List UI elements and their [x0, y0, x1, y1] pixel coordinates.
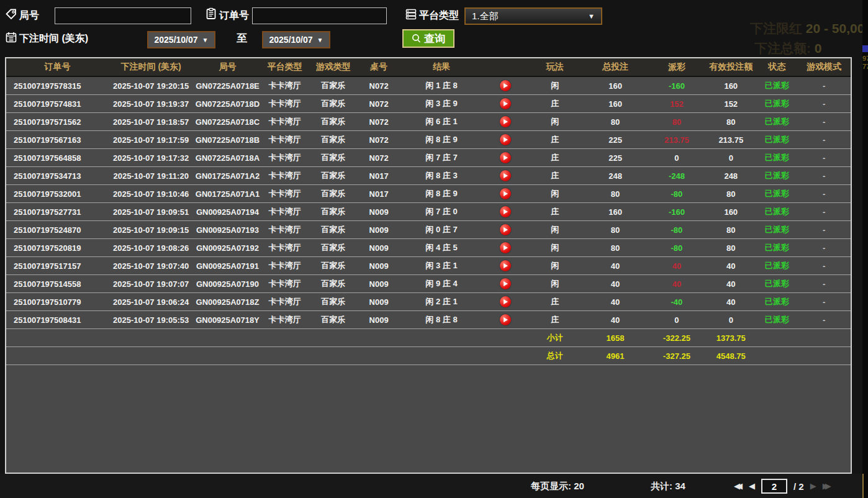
cell-bet-time: 2025-10-07 19:10:46: [109, 185, 194, 202]
cell-table-no: N009: [358, 221, 399, 238]
cell-total-bet: 40: [583, 293, 648, 310]
cell-status: 已派彩: [756, 239, 797, 256]
cell-bet-time: 2025-10-07 19:09:15: [109, 221, 194, 238]
cell-game-mode: -: [797, 293, 851, 310]
cell-game-type: 百家乐: [308, 311, 358, 328]
background-window-edge: 97 77: [862, 0, 868, 498]
chevron-down-icon: ▼: [317, 37, 323, 43]
date-from-picker[interactable]: 2025/10/07 ▼: [147, 31, 215, 48]
replay-button[interactable]: [500, 188, 511, 199]
table-row: 2510071975347132025-10-07 19:11:20GN0172…: [6, 167, 851, 185]
order-no-input[interactable]: [252, 7, 387, 24]
cell-bet-time: 2025-10-07 19:19:37: [109, 95, 194, 112]
table-row: 2510071975107792025-10-07 19:06:24GN0092…: [6, 293, 851, 311]
replay-button[interactable]: [500, 134, 511, 145]
cell-platform: 卡卡湾厅: [261, 77, 308, 94]
cell-payout: 80: [648, 113, 705, 130]
replay-button[interactable]: [500, 242, 511, 253]
replay-cell: [484, 239, 527, 256]
cell-game-mode: -: [797, 275, 851, 292]
cell-payout: 40: [648, 257, 705, 274]
replay-button[interactable]: [500, 206, 511, 217]
clipboard-icon: [205, 7, 217, 20]
cell-bet-on: 闲: [527, 77, 583, 94]
cell-status: 已派彩: [756, 311, 797, 328]
table-row: 2510071975208192025-10-07 19:08:26GN0092…: [6, 239, 851, 257]
replay-button[interactable]: [500, 260, 511, 271]
query-button[interactable]: 查询: [402, 29, 454, 48]
cell-valid-bet: 80: [705, 185, 756, 202]
play-icon: [504, 155, 508, 160]
cell-valid-bet: 80: [705, 113, 756, 130]
replay-cell: [484, 131, 527, 148]
replay-button[interactable]: [500, 224, 511, 235]
bet-records-table: 订单号 下注时间 (美东) 局号 平台类型 游戏类型 桌号 结果 玩法 总投注 …: [5, 57, 852, 474]
last-page-button[interactable]: ▶▶: [823, 479, 831, 494]
replay-button[interactable]: [500, 98, 511, 109]
cell-valid-bet: 0: [705, 311, 756, 328]
replay-button[interactable]: [500, 278, 511, 289]
table-row: 2510071975145582025-10-07 19:07:07GN0092…: [6, 275, 851, 293]
query-button-label: 查询: [424, 32, 445, 46]
replay-button[interactable]: [500, 80, 511, 91]
cell-platform: 卡卡湾厅: [261, 257, 308, 274]
cell-game-type: 百家乐: [308, 203, 358, 220]
cell-platform: 卡卡湾厅: [261, 311, 308, 328]
cell-total-bet: 80: [583, 113, 648, 130]
cell-status: 已派彩: [756, 149, 797, 166]
cell-round-no: GN00925A07191: [194, 257, 262, 274]
cell-game-mode: -: [797, 149, 851, 166]
cell-status: 已派彩: [756, 113, 797, 130]
col-valid-bet: 有效投注额: [705, 58, 756, 76]
next-page-button[interactable]: ▶: [810, 479, 816, 494]
date-to-picker[interactable]: 2025/10/07 ▼: [262, 31, 330, 48]
cell-table-no: N009: [358, 275, 399, 292]
replay-cell: [484, 95, 527, 112]
cell-result: 闲 6 庄 1: [399, 113, 484, 130]
cell-table-no: N072: [358, 131, 399, 148]
cell-order-no: 251007197508431: [6, 311, 109, 328]
col-game-type: 游戏类型: [308, 58, 358, 76]
round-no-input[interactable]: [55, 7, 191, 24]
cell-bet-on: 庄: [527, 203, 583, 220]
cell-order-no: 251007197510779: [6, 293, 109, 310]
cell-valid-bet: 40: [705, 293, 756, 310]
page-number-input[interactable]: [761, 479, 787, 494]
cell-status: 已派彩: [756, 185, 797, 202]
cell-valid-bet: 40: [705, 275, 756, 292]
replay-button[interactable]: [500, 314, 511, 325]
cell-platform: 卡卡湾厅: [261, 113, 308, 130]
subtotal-total-bet: 1658: [583, 329, 648, 346]
first-page-button[interactable]: ◀◀: [734, 479, 743, 494]
platform-type-value: 1.全部: [472, 11, 499, 22]
grand-total-valid-bet: 4548.75: [705, 347, 756, 364]
cell-bet-on: 庄: [527, 167, 583, 184]
cell-total-bet: 40: [583, 275, 648, 292]
col-result: 结果: [399, 58, 484, 76]
calendar-icon: [5, 31, 17, 43]
table-row: 2510071975248702025-10-07 19:09:15GN0092…: [6, 221, 851, 239]
cell-order-no: 251007197578315: [6, 77, 109, 94]
cell-result: 闲 3 庄 1: [399, 257, 484, 274]
cell-bet-time: 2025-10-07 19:08:26: [109, 239, 194, 256]
prev-page-button[interactable]: ◀: [749, 479, 755, 494]
cell-platform: 卡卡湾厅: [261, 149, 308, 166]
replay-button[interactable]: [500, 170, 511, 181]
cell-order-no: 251007197571562: [6, 113, 109, 130]
replay-button[interactable]: [500, 116, 511, 127]
cell-game-mode: -: [797, 311, 851, 328]
table-row: 2510071975671632025-10-07 19:17:59GN0722…: [6, 131, 851, 149]
cell-payout: -248: [648, 167, 705, 184]
cell-game-type: 百家乐: [308, 131, 358, 148]
cell-game-type: 百家乐: [308, 293, 358, 310]
cell-bet-time: 2025-10-07 19:18:57: [109, 113, 194, 130]
col-replay: [484, 58, 527, 76]
cell-round-no: GN07225A0718D: [194, 95, 262, 112]
replay-cell: [484, 167, 527, 184]
cell-game-mode: -: [797, 257, 851, 274]
replay-button[interactable]: [500, 296, 511, 307]
cell-status: 已派彩: [756, 203, 797, 220]
replay-button[interactable]: [500, 152, 511, 163]
cell-order-no: 251007197524870: [6, 221, 109, 238]
platform-type-select[interactable]: 1.全部 ▼: [464, 7, 602, 25]
